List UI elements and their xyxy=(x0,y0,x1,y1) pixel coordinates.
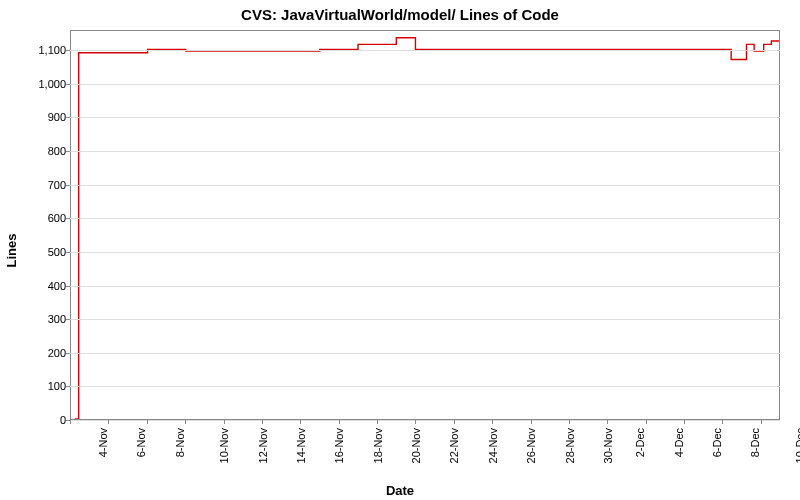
x-tick-mark xyxy=(262,420,263,424)
x-tick-label: 20-Nov xyxy=(410,428,422,463)
x-tick-label: 12-Nov xyxy=(257,428,269,463)
x-tick-mark xyxy=(108,420,109,424)
x-tick-mark xyxy=(339,420,340,424)
y-tick-mark xyxy=(66,319,70,320)
x-tick-mark xyxy=(761,420,762,424)
loc-series-line xyxy=(75,38,779,419)
x-tick-mark xyxy=(569,420,570,424)
x-tick-mark xyxy=(300,420,301,424)
x-tick-mark xyxy=(454,420,455,424)
x-tick-mark xyxy=(607,420,608,424)
x-tick-label: 4-Dec xyxy=(673,428,685,457)
gridline xyxy=(70,218,780,219)
x-tick-label: 6-Dec xyxy=(711,428,723,457)
x-tick-label: 24-Nov xyxy=(487,428,499,463)
x-tick-mark xyxy=(415,420,416,424)
gridline xyxy=(70,252,780,253)
gridline xyxy=(70,151,780,152)
x-tick-label: 8-Nov xyxy=(174,428,186,457)
loc-chart: CVS: JavaVirtualWorld/model/ Lines of Co… xyxy=(0,0,800,500)
x-tick-mark xyxy=(684,420,685,424)
y-tick-label: 500 xyxy=(21,246,66,258)
y-tick-label: 800 xyxy=(21,145,66,157)
y-tick-label: 700 xyxy=(21,179,66,191)
plot-area xyxy=(70,30,780,420)
gridline xyxy=(70,353,780,354)
gridline xyxy=(70,50,780,51)
gridline xyxy=(70,420,780,421)
y-tick-mark xyxy=(66,252,70,253)
x-tick-label: 8-Dec xyxy=(750,428,762,457)
x-tick-mark xyxy=(531,420,532,424)
x-tick-label: 18-Nov xyxy=(372,428,384,463)
gridline xyxy=(70,319,780,320)
x-tick-label: 10-Nov xyxy=(219,428,231,463)
x-tick-mark xyxy=(722,420,723,424)
x-tick-mark xyxy=(492,420,493,424)
y-tick-mark xyxy=(66,84,70,85)
y-tick-label: 200 xyxy=(21,347,66,359)
x-tick-label: 26-Nov xyxy=(526,428,538,463)
y-tick-label: 0 xyxy=(21,414,66,426)
y-tick-mark xyxy=(66,286,70,287)
gridline xyxy=(70,286,780,287)
y-tick-label: 1,100 xyxy=(21,44,66,56)
y-tick-mark xyxy=(66,386,70,387)
gridline xyxy=(70,185,780,186)
x-tick-label: 22-Nov xyxy=(449,428,461,463)
data-line-svg xyxy=(71,31,779,419)
x-tick-label: 4-Nov xyxy=(97,428,109,457)
y-tick-label: 600 xyxy=(21,212,66,224)
y-tick-label: 100 xyxy=(21,380,66,392)
y-tick-mark xyxy=(66,151,70,152)
chart-title: CVS: JavaVirtualWorld/model/ Lines of Co… xyxy=(0,6,800,23)
y-tick-mark xyxy=(66,218,70,219)
y-tick-label: 1,000 xyxy=(21,78,66,90)
x-tick-mark xyxy=(147,420,148,424)
y-tick-mark xyxy=(66,117,70,118)
y-tick-label: 300 xyxy=(21,313,66,325)
gridline xyxy=(70,386,780,387)
gridline xyxy=(70,84,780,85)
y-tick-mark xyxy=(66,353,70,354)
x-tick-mark xyxy=(224,420,225,424)
x-tick-label: 14-Nov xyxy=(295,428,307,463)
x-tick-label: 28-Nov xyxy=(564,428,576,463)
y-tick-mark xyxy=(66,185,70,186)
x-tick-mark xyxy=(646,420,647,424)
x-tick-mark xyxy=(185,420,186,424)
x-tick-mark xyxy=(70,420,71,424)
y-tick-mark xyxy=(66,50,70,51)
x-tick-label: 10-Dec xyxy=(794,428,800,463)
x-tick-label: 6-Nov xyxy=(136,428,148,457)
y-tick-label: 400 xyxy=(21,280,66,292)
x-tick-mark xyxy=(377,420,378,424)
y-axis-label: Lines xyxy=(4,0,20,500)
x-tick-label: 16-Nov xyxy=(334,428,346,463)
y-tick-label: 900 xyxy=(21,111,66,123)
x-tick-label: 2-Dec xyxy=(635,428,647,457)
x-axis-label: Date xyxy=(0,483,800,498)
x-tick-label: 30-Nov xyxy=(602,428,614,463)
gridline xyxy=(70,117,780,118)
